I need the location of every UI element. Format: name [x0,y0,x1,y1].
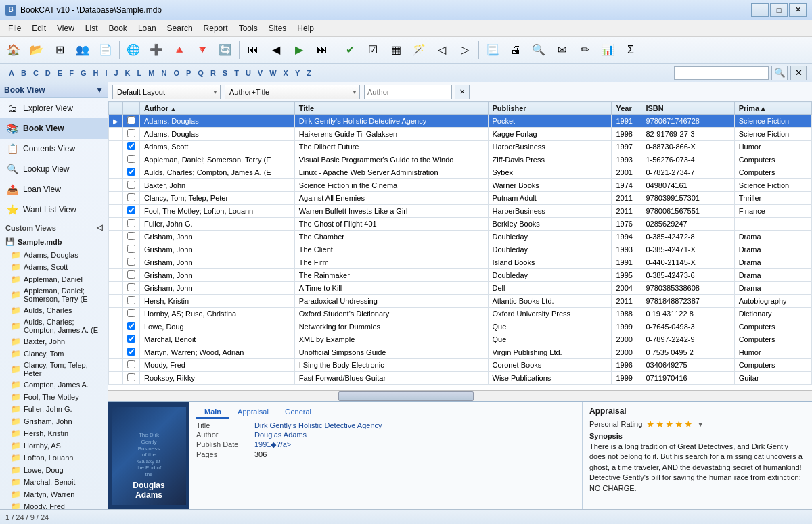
detail-tab-appraisal[interactable]: Appraisal [229,406,277,419]
alpha-btn-w[interactable]: W [266,68,279,78]
alpha-btn-u[interactable]: U [242,68,254,78]
row-checkbox[interactable] [123,179,140,192]
sidebar-item-explorer[interactable]: 🗂 Explorer View [0,98,108,118]
table-row[interactable]: Martyn, Warren; Wood, Adrian Unofficial … [109,346,812,359]
alpha-btn-s[interactable]: S [219,68,231,78]
down-button[interactable]: 🔻 [191,39,213,61]
row-checkbox[interactable] [123,346,140,359]
row-checkbox[interactable] [123,256,140,269]
tree-author-item[interactable]: 📁Hornby, AS [0,439,108,452]
row-checkbox[interactable] [123,243,140,256]
col-isbn[interactable]: ISBN [641,102,734,115]
menu-item-tools[interactable]: Tools [233,22,263,34]
home-button[interactable]: 🏠 [3,39,24,61]
doc2-button[interactable]: 📃 [482,39,503,61]
chart-button[interactable]: 📊 [597,39,618,61]
col-primary[interactable]: Prima▲ [734,102,811,115]
author-filter-input[interactable] [364,85,452,99]
tree-author-item[interactable]: 📁Hersh, Kristin [0,427,108,439]
col-title[interactable]: Title [294,102,488,115]
grid2-button[interactable]: ▦ [385,39,407,61]
row-checkbox[interactable] [123,372,140,385]
menu-item-sites[interactable]: Sites [263,22,292,34]
row-checkbox[interactable] [123,333,140,346]
tree-author-item[interactable]: 📁Appleman, Daniel; Somerson, Terry (E [0,285,108,304]
book-view-header[interactable]: Book View ▼ [0,82,108,98]
search-globe-button[interactable]: 🌐 [122,39,144,61]
search2-button[interactable]: 🔍 [528,39,549,61]
menu-item-book[interactable]: Book [104,22,133,34]
row-checkbox[interactable] [123,295,140,308]
alpha-btn-p[interactable]: P [183,68,194,78]
sidebar-item-book[interactable]: 📚 Book View [0,118,108,139]
tree-author-item[interactable]: 📁Moody, Fred [0,500,108,509]
alpha-btn-d[interactable]: D [42,68,54,78]
back-button[interactable]: ◀ [265,39,287,61]
search-input[interactable] [674,66,769,80]
menu-item-view[interactable]: View [51,22,80,34]
left-arrow-button[interactable]: ◁ [431,39,453,61]
tree-author-item[interactable]: 📁Adams, Scott [0,261,108,273]
print-button[interactable]: 🖨 [505,39,526,61]
refresh-button[interactable]: 🔄 [215,39,236,61]
sum-button[interactable]: Σ [620,39,641,61]
row-checkbox[interactable] [123,231,140,243]
table-row[interactable]: Marchal, Benoit XML by Example Que 2000 … [109,333,812,346]
table-row[interactable]: Hornby, AS; Ruse, Christina Oxford Stude… [109,308,812,320]
table-row[interactable]: Grisham, John The Firm Island Books 1991… [109,256,812,269]
rating-stars[interactable]: ★ ★ ★ ★ ★ [646,419,693,429]
add-button[interactable]: ➕ [145,39,167,61]
row-checkbox[interactable] [123,115,140,128]
tree-author-item[interactable]: 📁Martyn, Warren [0,488,108,500]
table-row[interactable]: Hersh, Kristin Paradoxical Undressing At… [109,295,812,308]
table-row[interactable]: Grisham, John The Rainmaker Doubleday 19… [109,269,812,282]
tree-author-item[interactable]: 📁Clancy, Tom; Telep, Peter [0,360,108,379]
menu-item-edit[interactable]: Edit [26,22,51,34]
hscroll[interactable] [108,390,812,401]
hscroll-thumb[interactable] [338,391,474,401]
title-value[interactable]: Dirk Gently's Holistic Detective Agency [254,421,382,429]
tree-author-item[interactable]: 📁Appleman, Daniel [0,273,108,285]
up-button[interactable]: 🔺 [168,39,190,61]
mail-button[interactable]: ✉ [551,39,572,61]
publish-value[interactable]: 1991◆?/a> [254,440,291,449]
row-checkbox[interactable] [123,359,140,372]
tree-author-item[interactable]: 📁Fuller, John G. [0,403,108,415]
alpha-btn-k[interactable]: K [122,68,134,78]
minimize-button[interactable]: — [751,3,769,17]
col-year[interactable]: Year [612,102,641,115]
sidebar-item-loan[interactable]: 📤 Loan View [0,179,108,199]
users-button[interactable]: 👥 [72,39,93,61]
menu-item-list[interactable]: List [80,22,104,34]
custom-views-collapse[interactable]: ◁ [97,223,102,232]
tree-author-item[interactable]: 📁Marchal, Benoit [0,476,108,488]
close-button[interactable]: ✕ [789,3,807,17]
alpha-btn-i[interactable]: I [102,68,110,78]
table-row[interactable]: Fool, The Motley; Lofton, Louann Warren … [109,205,812,218]
tree-author-item[interactable]: 📁Aulds, Charles; Compton, James A. (E [0,316,108,335]
col-publisher[interactable]: Publisher [488,102,612,115]
check-button[interactable]: ✔ [339,39,361,61]
table-row[interactable]: Baxter, John Science Fiction in the Cine… [109,179,812,192]
check2-button[interactable]: ☑ [362,39,384,61]
detail-tab-general[interactable]: General [277,406,319,419]
alpha-btn-n[interactable]: N [158,68,170,78]
alpha-btn-g[interactable]: G [77,68,90,78]
sidebar-item-wantlist[interactable]: ⭐ Want List View [0,199,108,220]
next-button[interactable]: ⏭ [311,39,333,61]
alpha-btn-l[interactable]: L [134,68,145,78]
sidebar-item-contents[interactable]: 📋 Contents View [0,139,108,159]
menu-item-report[interactable]: Report [198,22,233,34]
author-value[interactable]: Douglas Adams [254,431,307,439]
tree-author-item[interactable]: 📁Aulds, Charles [0,304,108,316]
alpha-btn-f[interactable]: F [66,68,77,78]
alpha-btn-e[interactable]: E [54,68,66,78]
menu-item-file[interactable]: File [3,22,26,34]
table-row[interactable]: Lowe, Doug Networking for Dummies Que 19… [109,320,812,333]
alpha-btn-h[interactable]: H [89,68,102,78]
wand-button[interactable]: 🪄 [408,39,430,61]
tree-author-item[interactable]: 📁Baxter, John [0,335,108,348]
alpha-btn-x[interactable]: X [280,68,292,78]
tree-author-item[interactable]: 📁Clancy, Tom [0,348,108,360]
tree-author-item[interactable]: 📁Compton, James A. [0,379,108,391]
